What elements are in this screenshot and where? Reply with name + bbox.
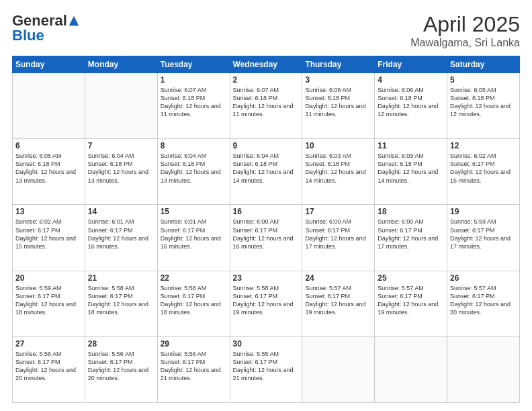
day-info: Sunrise: 5:55 AM Sunset: 6:17 PM Dayligh…	[233, 350, 300, 383]
day-number: 7	[88, 141, 154, 150]
calendar-cell: 20Sunrise: 5:59 AM Sunset: 6:17 PM Dayli…	[13, 271, 85, 336]
calendar-cell: 24Sunrise: 5:57 AM Sunset: 6:17 PM Dayli…	[302, 271, 375, 336]
day-number: 11	[378, 141, 444, 150]
day-number: 9	[233, 141, 300, 150]
day-number: 18	[378, 207, 444, 216]
calendar-cell: 13Sunrise: 6:02 AM Sunset: 6:17 PM Dayli…	[13, 205, 85, 271]
day-number: 30	[233, 339, 300, 349]
day-info: Sunrise: 5:58 AM Sunset: 6:17 PM Dayligh…	[161, 284, 227, 317]
day-info: Sunrise: 5:57 AM Sunset: 6:17 PM Dayligh…	[378, 284, 444, 317]
calendar-cell: 9Sunrise: 6:04 AM Sunset: 6:18 PM Daylig…	[230, 139, 302, 205]
calendar-cell: 26Sunrise: 5:57 AM Sunset: 6:17 PM Dayli…	[447, 271, 520, 336]
logo: General Blue	[12, 12, 81, 44]
calendar-cell: 2Sunrise: 6:07 AM Sunset: 6:18 PM Daylig…	[230, 73, 302, 139]
day-number: 10	[305, 141, 371, 150]
day-info: Sunrise: 6:01 AM Sunset: 6:17 PM Dayligh…	[161, 218, 227, 250]
calendar-cell	[13, 73, 85, 139]
day-info: Sunrise: 6:07 AM Sunset: 6:18 PM Dayligh…	[161, 86, 227, 119]
day-number: 16	[233, 207, 300, 216]
day-number: 2	[233, 75, 300, 85]
calendar-day-header: Thursday	[302, 56, 375, 73]
day-info: Sunrise: 6:04 AM Sunset: 6:18 PM Dayligh…	[161, 152, 227, 185]
calendar-cell	[302, 336, 375, 402]
calendar-cell: 7Sunrise: 6:04 AM Sunset: 6:18 PM Daylig…	[85, 139, 157, 205]
logo-blue: Blue	[12, 27, 44, 44]
calendar-cell: 16Sunrise: 6:00 AM Sunset: 6:17 PM Dayli…	[230, 205, 302, 271]
day-info: Sunrise: 6:00 AM Sunset: 6:17 PM Dayligh…	[378, 218, 444, 250]
day-info: Sunrise: 6:07 AM Sunset: 6:18 PM Dayligh…	[233, 86, 300, 119]
calendar-cell: 22Sunrise: 5:58 AM Sunset: 6:17 PM Dayli…	[157, 271, 230, 336]
calendar-cell: 4Sunrise: 6:06 AM Sunset: 6:18 PM Daylig…	[375, 73, 447, 139]
calendar-cell: 11Sunrise: 6:03 AM Sunset: 6:18 PM Dayli…	[375, 139, 447, 205]
calendar-title: April 2025	[410, 12, 520, 37]
calendar-day-header: Tuesday	[157, 56, 230, 73]
day-number: 17	[305, 207, 371, 216]
day-number: 14	[88, 207, 154, 216]
day-number: 26	[450, 273, 517, 283]
day-info: Sunrise: 5:59 AM Sunset: 6:17 PM Dayligh…	[15, 284, 82, 317]
calendar-cell: 17Sunrise: 6:00 AM Sunset: 6:17 PM Dayli…	[302, 205, 375, 271]
day-info: Sunrise: 6:03 AM Sunset: 6:18 PM Dayligh…	[305, 152, 371, 185]
day-number: 21	[88, 273, 154, 283]
calendar-cell: 30Sunrise: 5:55 AM Sunset: 6:17 PM Dayli…	[230, 336, 302, 402]
calendar-cell: 23Sunrise: 5:58 AM Sunset: 6:17 PM Dayli…	[230, 271, 302, 336]
day-info: Sunrise: 6:04 AM Sunset: 6:18 PM Dayligh…	[233, 152, 300, 185]
day-number: 24	[305, 273, 371, 283]
calendar-day-header: Monday	[85, 56, 157, 73]
day-number: 5	[450, 75, 517, 85]
calendar-cell: 28Sunrise: 5:56 AM Sunset: 6:17 PM Dayli…	[85, 336, 157, 402]
day-info: Sunrise: 5:56 AM Sunset: 6:17 PM Dayligh…	[15, 350, 82, 383]
day-info: Sunrise: 5:57 AM Sunset: 6:17 PM Dayligh…	[305, 284, 371, 317]
title-block: April 2025 Mawalgama, Sri Lanka	[410, 12, 520, 49]
calendar-cell: 1Sunrise: 6:07 AM Sunset: 6:18 PM Daylig…	[157, 73, 230, 139]
calendar-cell: 12Sunrise: 6:02 AM Sunset: 6:17 PM Dayli…	[447, 139, 520, 205]
calendar-cell: 10Sunrise: 6:03 AM Sunset: 6:18 PM Dayli…	[302, 139, 375, 205]
day-number: 12	[450, 141, 517, 150]
calendar-cell: 27Sunrise: 5:56 AM Sunset: 6:17 PM Dayli…	[13, 336, 85, 402]
day-info: Sunrise: 6:02 AM Sunset: 6:17 PM Dayligh…	[15, 218, 82, 250]
day-number: 27	[15, 339, 82, 349]
calendar-cell	[375, 336, 447, 402]
day-number: 28	[88, 339, 154, 349]
day-info: Sunrise: 6:00 AM Sunset: 6:17 PM Dayligh…	[305, 218, 371, 250]
day-info: Sunrise: 6:05 AM Sunset: 6:18 PM Dayligh…	[15, 152, 82, 185]
day-info: Sunrise: 6:04 AM Sunset: 6:18 PM Dayligh…	[88, 152, 154, 185]
day-number: 29	[161, 339, 227, 349]
calendar-cell: 19Sunrise: 5:59 AM Sunset: 6:17 PM Dayli…	[447, 205, 520, 271]
day-number: 20	[15, 273, 82, 283]
day-number: 6	[15, 141, 82, 150]
day-number: 19	[450, 207, 517, 216]
calendar-cell	[447, 336, 520, 402]
day-number: 1	[161, 75, 227, 85]
day-info: Sunrise: 5:58 AM Sunset: 6:17 PM Dayligh…	[233, 284, 300, 317]
day-info: Sunrise: 6:00 AM Sunset: 6:17 PM Dayligh…	[233, 218, 300, 250]
calendar-day-header: Sunday	[13, 56, 85, 73]
day-number: 13	[15, 207, 82, 216]
day-number: 15	[161, 207, 227, 216]
day-info: Sunrise: 6:05 AM Sunset: 6:18 PM Dayligh…	[450, 86, 517, 119]
calendar-cell: 6Sunrise: 6:05 AM Sunset: 6:18 PM Daylig…	[13, 139, 85, 205]
day-info: Sunrise: 6:02 AM Sunset: 6:17 PM Dayligh…	[450, 152, 517, 185]
calendar-cell	[85, 73, 157, 139]
calendar-day-header: Friday	[375, 56, 447, 73]
day-number: 4	[378, 75, 444, 85]
calendar-cell: 8Sunrise: 6:04 AM Sunset: 6:18 PM Daylig…	[157, 139, 230, 205]
calendar-cell: 5Sunrise: 6:05 AM Sunset: 6:18 PM Daylig…	[447, 73, 520, 139]
calendar-cell: 14Sunrise: 6:01 AM Sunset: 6:17 PM Dayli…	[85, 205, 157, 271]
day-info: Sunrise: 5:58 AM Sunset: 6:17 PM Dayligh…	[88, 284, 154, 317]
header: General Blue April 2025 Mawalgama, Sri L…	[12, 12, 520, 49]
calendar-week-row: 1Sunrise: 6:07 AM Sunset: 6:18 PM Daylig…	[13, 73, 520, 139]
calendar-cell: 15Sunrise: 6:01 AM Sunset: 6:17 PM Dayli…	[157, 205, 230, 271]
calendar-cell: 3Sunrise: 6:06 AM Sunset: 6:18 PM Daylig…	[302, 73, 375, 139]
day-info: Sunrise: 6:06 AM Sunset: 6:18 PM Dayligh…	[378, 86, 444, 119]
day-number: 8	[161, 141, 227, 150]
calendar-week-row: 20Sunrise: 5:59 AM Sunset: 6:17 PM Dayli…	[13, 271, 520, 336]
day-number: 22	[161, 273, 227, 283]
day-info: Sunrise: 5:56 AM Sunset: 6:17 PM Dayligh…	[161, 350, 227, 383]
day-number: 3	[305, 75, 371, 85]
svg-marker-0	[69, 16, 79, 26]
calendar-cell: 21Sunrise: 5:58 AM Sunset: 6:17 PM Dayli…	[85, 271, 157, 336]
day-info: Sunrise: 6:03 AM Sunset: 6:18 PM Dayligh…	[378, 152, 444, 185]
calendar-day-header: Saturday	[447, 56, 520, 73]
calendar-week-row: 13Sunrise: 6:02 AM Sunset: 6:17 PM Dayli…	[13, 205, 520, 271]
